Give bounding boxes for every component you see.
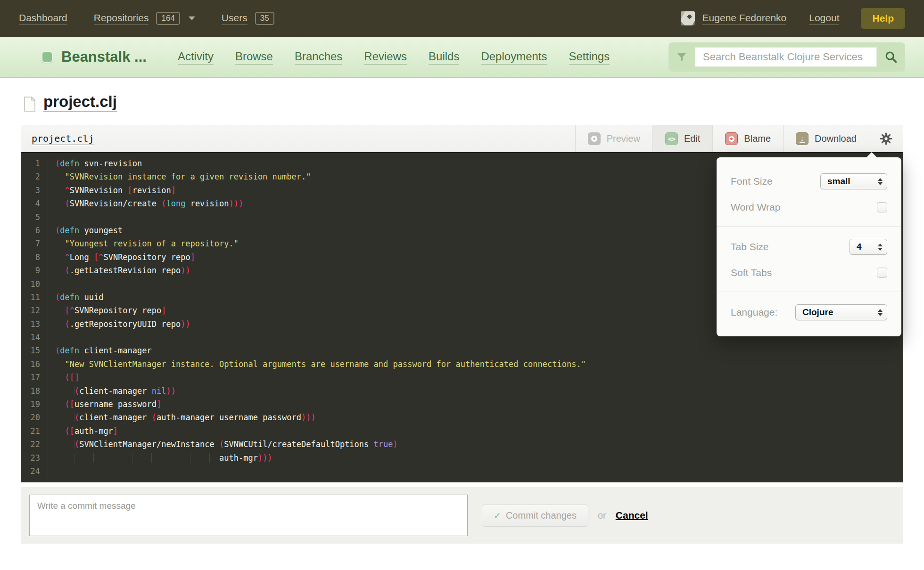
- nav-repositories-group: Repositories 164: [94, 12, 195, 25]
- line-number: 7: [21, 237, 48, 250]
- repo-header-bar: Beanstalk ... Activity Browse Branches R…: [0, 37, 924, 78]
- tab-size-value: 4: [857, 242, 862, 252]
- user-name-link[interactable]: Eugene Fedorenko: [702, 12, 787, 25]
- line-number: 18: [21, 384, 48, 398]
- nav-users[interactable]: Users: [222, 12, 248, 25]
- tab-builds[interactable]: Builds: [429, 50, 459, 65]
- line-text: ([]: [48, 371, 79, 384]
- line-text: ^SVNRevision [revision]: [48, 184, 176, 197]
- top-nav: Dashboard Repositories 164 Users 35: [19, 12, 274, 25]
- line-number: 17: [21, 371, 48, 384]
- blame-label: Blame: [744, 133, 771, 144]
- blame-button[interactable]: Blame: [712, 125, 783, 152]
- search-icon[interactable]: [884, 50, 898, 64]
- font-size-row: Font Size small: [731, 173, 887, 189]
- commit-actions: ✓ Commit changes or Cancel: [482, 505, 648, 527]
- line-text: "SVNRevision instance for a given revisi…: [48, 170, 311, 183]
- search-input[interactable]: [695, 47, 877, 67]
- line-number: 11: [21, 291, 48, 304]
- soft-tabs-row: Soft Tabs: [731, 267, 887, 278]
- language-label: Language:: [731, 307, 777, 318]
- line-text: "Youngest revision of a repository.": [48, 237, 239, 250]
- line-text: (defn svn-revision: [48, 157, 142, 170]
- line-number: 3: [21, 184, 48, 197]
- line-number: 5: [21, 211, 48, 224]
- line-number: 19: [21, 398, 48, 411]
- word-wrap-checkbox[interactable]: [877, 202, 887, 212]
- panel-divider: [717, 292, 901, 292]
- line-text: (.getLatestRevision repo)): [48, 264, 190, 277]
- gear-icon: [880, 132, 892, 145]
- code-line: 18 (client-manager nil)): [21, 384, 903, 398]
- line-number: 23: [21, 451, 48, 464]
- panel-notch: [866, 152, 877, 157]
- language-select[interactable]: Clojure: [795, 304, 887, 320]
- font-size-value: small: [827, 176, 850, 187]
- chevron-down-icon[interactable]: [189, 16, 195, 20]
- toolbar-filename[interactable]: project.clj: [32, 133, 94, 145]
- soft-tabs-checkbox[interactable]: [877, 268, 887, 278]
- line-text: ([username password]: [48, 398, 161, 411]
- font-size-label: Font Size: [731, 176, 773, 187]
- preview-button[interactable]: Preview: [575, 125, 652, 152]
- line-number: 16: [21, 358, 48, 371]
- line-number: 8: [21, 251, 48, 264]
- nav-users-group: Users 35: [222, 12, 274, 25]
- preview-icon: [588, 132, 601, 145]
- stepper-arrows-icon: [878, 244, 883, 251]
- line-text: [48, 277, 55, 291]
- filter-icon[interactable]: [676, 51, 687, 63]
- stepper-arrows-icon: [878, 178, 883, 185]
- user-avatar: [681, 11, 695, 25]
- logout-link[interactable]: Logout: [809, 12, 839, 25]
- code-line: 19 ([username password]: [21, 398, 903, 411]
- line-text: [48, 211, 55, 224]
- page-title[interactable]: project.clj: [43, 94, 117, 112]
- document-icon: [24, 97, 36, 112]
- commit-changes-label: Commit changes: [506, 510, 577, 521]
- soft-tabs-label: Soft Tabs: [731, 267, 772, 278]
- line-number: 9: [21, 264, 48, 277]
- line-text: (defn client-manager: [48, 344, 152, 357]
- line-number: 4: [21, 197, 48, 210]
- line-text: (.getRepositoryUUID repo)): [48, 318, 190, 331]
- language-row: Language: Clojure: [731, 304, 887, 320]
- line-number: 24: [21, 464, 48, 478]
- line-number: 21: [21, 424, 48, 438]
- edit-button[interactable]: <> Edit: [652, 125, 712, 152]
- tab-deployments[interactable]: Deployments: [481, 50, 547, 65]
- download-button[interactable]: ↓ Download: [783, 125, 869, 152]
- preview-label: Preview: [607, 133, 640, 144]
- line-number: 12: [21, 304, 48, 317]
- font-size-select[interactable]: small: [820, 173, 887, 189]
- commit-message-input[interactable]: [29, 495, 468, 536]
- tab-size-label: Tab Size: [731, 241, 769, 252]
- nav-repositories[interactable]: Repositories: [94, 12, 149, 25]
- code-line: 21 ([auth-mgr]: [21, 424, 903, 438]
- cancel-link[interactable]: Cancel: [616, 510, 648, 521]
- tab-reviews[interactable]: Reviews: [364, 50, 407, 65]
- line-text: [^SVNRepository repo]: [48, 304, 166, 317]
- tab-activity[interactable]: Activity: [178, 50, 214, 65]
- toolbar-actions: Preview <> Edit Blame ↓ Download: [575, 125, 903, 152]
- file-toolbar: project.clj Preview <> Edit Blame ↓ Down…: [21, 125, 903, 152]
- code-line: 17 ([]: [21, 371, 903, 384]
- line-number: 15: [21, 344, 48, 357]
- tab-browse[interactable]: Browse: [235, 50, 273, 65]
- code-line: 24: [21, 464, 903, 478]
- tab-settings[interactable]: Settings: [569, 50, 610, 65]
- settings-gear-button[interactable]: [869, 125, 903, 152]
- nav-dashboard[interactable]: Dashboard: [19, 12, 67, 25]
- line-number: 2: [21, 170, 48, 183]
- line-number: 6: [21, 224, 48, 237]
- panel-divider: [717, 226, 901, 227]
- line-text: (SVNRevision/create (long revision))): [48, 197, 243, 210]
- help-button[interactable]: Help: [861, 8, 905, 29]
- tab-branches[interactable]: Branches: [295, 50, 342, 65]
- commit-changes-button[interactable]: ✓ Commit changes: [482, 505, 588, 527]
- line-text: (defn youngest: [48, 224, 123, 237]
- tab-size-select[interactable]: 4: [850, 239, 887, 255]
- edit-icon: <>: [665, 132, 678, 145]
- commit-section: ✓ Commit changes or Cancel: [21, 487, 903, 544]
- top-bar: Dashboard Repositories 164 Users 35 Euge…: [0, 0, 924, 37]
